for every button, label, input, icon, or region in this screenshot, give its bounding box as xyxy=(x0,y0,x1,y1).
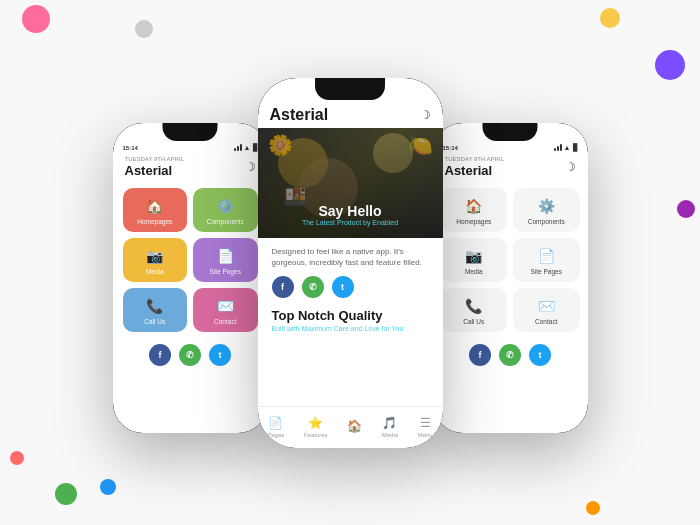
section-title: Top Notch Quality xyxy=(272,308,429,323)
bar3 xyxy=(240,144,242,151)
center-app-title: Asterial xyxy=(270,106,329,124)
right-wifi: ▲ xyxy=(564,144,571,151)
right-notch xyxy=(483,123,538,141)
right-phone-screen: 15:14 ▲ ▊ TUESDAY 9TH APRIL Asterial ☽ xyxy=(433,123,588,433)
right-twitter-btn[interactable]: t xyxy=(529,344,551,366)
phone-right: 15:14 ▲ ▊ TUESDAY 9TH APRIL Asterial ☽ xyxy=(433,123,588,433)
center-hero-image: 🌼 🍋 🍱 Say Hello The Latest Product by En… xyxy=(258,128,443,238)
right-home-icon: 🏠 xyxy=(465,198,482,214)
left-social-row: f ✆ t xyxy=(113,338,268,374)
left-app-header: TUESDAY 9TH APRIL Asterial ☽ xyxy=(113,154,268,182)
left-app-title: Asterial xyxy=(125,163,184,178)
center-social-row: f ✆ t xyxy=(272,276,429,298)
right-camera-icon: 📷 xyxy=(465,248,482,264)
left-date: TUESDAY 9TH APRIL xyxy=(125,156,184,162)
center-nav-bar: 📄 Pages ⭐ Features 🏠 🎵 Media ☰ Men xyxy=(258,406,443,448)
right-components-label: Components xyxy=(528,218,565,225)
nav-features-label: Features xyxy=(304,432,328,438)
right-pages-icon: 📄 xyxy=(538,248,555,264)
left-moon-icon: ☽ xyxy=(245,160,256,174)
phones-container: 15:14 ▲ ▊ TUESDAY 9TH APRIL Asterial ☽ xyxy=(0,0,700,525)
right-mail-icon: ✉️ xyxy=(538,298,555,314)
left-status-icons: ▲ ▊ xyxy=(234,144,258,152)
right-card-contact[interactable]: ✉️ Contact xyxy=(513,288,580,332)
left-grid-menu: 🏠 Homepages ⚙️ Components 📷 Media 📄 Site… xyxy=(113,182,268,338)
center-moon-icon: ☽ xyxy=(420,108,431,122)
components-label: Components xyxy=(207,218,244,225)
left-grid-item-media[interactable]: 📷 Media xyxy=(123,238,188,282)
right-media-label: Media xyxy=(465,268,483,275)
right-card-sitepages[interactable]: 📄 Site Pages xyxy=(513,238,580,282)
left-grid-item-contact[interactable]: ✉️ Contact xyxy=(193,288,258,332)
right-facebook-btn[interactable]: f xyxy=(469,344,491,366)
right-time: 15:14 xyxy=(443,145,458,151)
nav-home[interactable]: 🏠 xyxy=(347,419,362,435)
left-grid-item-components[interactable]: ⚙️ Components xyxy=(193,188,258,232)
right-phone-icon: 📞 xyxy=(465,298,482,314)
left-phone-btn[interactable]: ✆ xyxy=(179,344,201,366)
left-facebook-btn[interactable]: f xyxy=(149,344,171,366)
right-header-left: TUESDAY 9TH APRIL Asterial xyxy=(445,156,504,178)
right-status-bar: 15:14 ▲ ▊ xyxy=(433,141,588,154)
nav-features-icon: ⭐ xyxy=(308,416,323,430)
right-homepages-label: Homepages xyxy=(456,218,491,225)
left-grid-item-homepages[interactable]: 🏠 Homepages xyxy=(123,188,188,232)
left-signal xyxy=(234,144,242,151)
rbar3 xyxy=(560,144,562,151)
phone-center: Asterial ☽ 🌼 🍋 🍱 Say Hello The Latest Pr… xyxy=(258,78,443,448)
phone-icon: 📞 xyxy=(146,298,163,314)
right-date: TUESDAY 9TH APRIL xyxy=(445,156,504,162)
right-card-callus[interactable]: 📞 Call Us xyxy=(441,288,508,332)
nav-pages[interactable]: 📄 Pages xyxy=(267,416,284,438)
mail-icon: ✉️ xyxy=(217,298,234,314)
hero-subtitle: The Latest Product by Enabled xyxy=(258,219,443,226)
right-callus-label: Call Us xyxy=(463,318,484,325)
gear-icon: ⚙️ xyxy=(217,198,234,214)
rbar1 xyxy=(554,148,556,151)
camera-icon: 📷 xyxy=(146,248,163,264)
right-social-row: f ✆ t xyxy=(433,338,588,374)
center-phone-btn[interactable]: ✆ xyxy=(302,276,324,298)
right-status-icons: ▲ ▊ xyxy=(554,144,578,152)
media-label: Media xyxy=(146,268,164,275)
center-twitter-btn[interactable]: t xyxy=(332,276,354,298)
nav-media-label: Media xyxy=(382,432,398,438)
center-phone-screen: Asterial ☽ 🌼 🍋 🍱 Say Hello The Latest Pr… xyxy=(258,78,443,448)
nav-menu-icon: ☰ xyxy=(420,416,431,430)
left-grid-item-sitepages[interactable]: 📄 Site Pages xyxy=(193,238,258,282)
right-card-media[interactable]: 📷 Media xyxy=(441,238,508,282)
right-moon-icon: ☽ xyxy=(565,160,576,174)
left-phone-screen: 15:14 ▲ ▊ TUESDAY 9TH APRIL Asterial ☽ xyxy=(113,123,268,433)
left-grid-item-callus[interactable]: 📞 Call Us xyxy=(123,288,188,332)
right-card-components[interactable]: ⚙️ Components xyxy=(513,188,580,232)
left-wifi: ▲ xyxy=(244,144,251,151)
nav-menu[interactable]: ☰ Menu xyxy=(418,416,433,438)
right-battery: ▊ xyxy=(573,144,578,152)
nav-pages-label: Pages xyxy=(267,432,284,438)
right-phone-btn[interactable]: ✆ xyxy=(499,344,521,366)
contact-label: Contact xyxy=(214,318,236,325)
right-signal xyxy=(554,144,562,151)
hero-title: Say Hello xyxy=(258,203,443,219)
sitepages-label: Site Pages xyxy=(210,268,241,275)
right-app-header: TUESDAY 9TH APRIL Asterial ☽ xyxy=(433,154,588,182)
callus-label: Call Us xyxy=(144,318,165,325)
phone-left: 15:14 ▲ ▊ TUESDAY 9TH APRIL Asterial ☽ xyxy=(113,123,268,433)
center-description: Designed to feel like a native app. It's… xyxy=(272,246,429,268)
bar2 xyxy=(237,146,239,151)
center-facebook-btn[interactable]: f xyxy=(272,276,294,298)
nav-menu-label: Menu xyxy=(418,432,433,438)
left-time: 15:14 xyxy=(123,145,138,151)
right-card-homepages[interactable]: 🏠 Homepages xyxy=(441,188,508,232)
pages-icon: 📄 xyxy=(217,248,234,264)
hero-text-block: Say Hello The Latest Product by Enabled xyxy=(258,203,443,226)
nav-media[interactable]: 🎵 Media xyxy=(382,416,398,438)
homepages-label: Homepages xyxy=(137,218,172,225)
nav-features[interactable]: ⭐ Features xyxy=(304,416,328,438)
right-sitepages-label: Site Pages xyxy=(531,268,562,275)
center-content: Designed to feel like a native app. It's… xyxy=(258,238,443,340)
left-twitter-btn[interactable]: t xyxy=(209,344,231,366)
home-icon: 🏠 xyxy=(146,198,163,214)
nav-pages-icon: 📄 xyxy=(268,416,283,430)
section-subtitle: Built with Maximum Care and Love for You xyxy=(272,325,429,332)
